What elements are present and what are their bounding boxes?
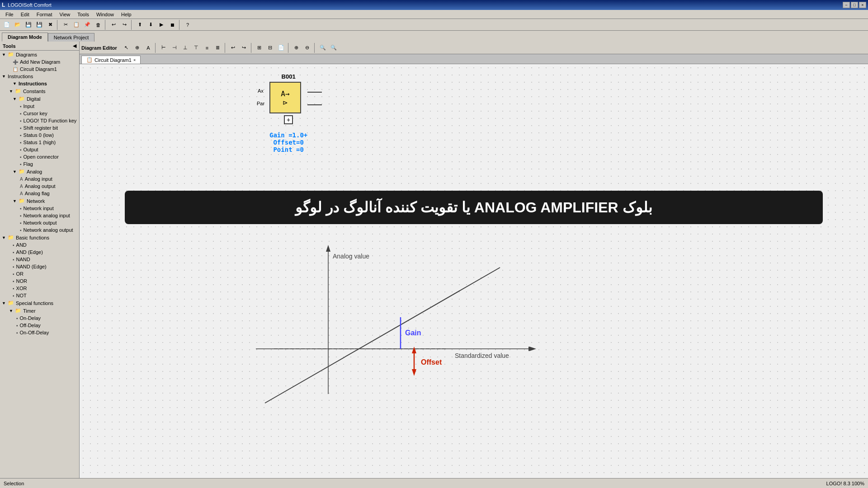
menu-help[interactable]: Help (118, 11, 135, 18)
sidebar-off-delay[interactable]: ▪ Off-Delay (0, 322, 79, 329)
sidebar-or[interactable]: ▪ OR (0, 270, 79, 277)
sidebar-flag[interactable]: ▪ Flag (0, 160, 79, 168)
new-btn[interactable]: 📄 (2, 20, 12, 30)
chart-area: Gain Offset Analog value Standardized va… (238, 240, 554, 413)
align-center-btn[interactable]: ⊣ (170, 43, 179, 53)
undo-e-btn[interactable]: ↩ (228, 43, 238, 53)
network-input-icon: ▪ (20, 206, 22, 211)
grid-snap-btn[interactable]: ⊟ (265, 43, 275, 53)
diagram-mode-tab[interactable]: Diagram Mode (2, 33, 48, 42)
analog-input-icon: A (20, 177, 23, 182)
distribute-v-btn[interactable]: ≣ (213, 43, 223, 53)
sidebar-network-output[interactable]: ▪ Network output (0, 219, 79, 226)
sidebar-constants-group[interactable]: ▼ 📁 Constants (0, 87, 79, 95)
sidebar-analog-flag[interactable]: A Analog flag (0, 190, 79, 197)
network-output-icon: ▪ (20, 221, 22, 225)
sidebar-digital-group[interactable]: ▼ 📁 Digital (0, 95, 79, 103)
sidebar-xor[interactable]: ▪ XOR (0, 285, 79, 292)
help-btn[interactable]: ? (183, 20, 193, 30)
align-left-btn[interactable]: ⊢ (159, 43, 169, 53)
collapse-btn[interactable]: ⊖ (302, 43, 312, 53)
select-btn[interactable]: ↖ (122, 43, 132, 53)
grid-toggle-btn[interactable]: ⊞ (255, 43, 264, 53)
stop-btn[interactable]: ⏹ (167, 20, 177, 30)
sidebar-logo-td[interactable]: ▪ LOGO! TD Function key (0, 117, 79, 124)
sidebar-instructions-group[interactable]: ▼ Instructions (0, 80, 79, 87)
sidebar-add-diagram[interactable]: ➕ Add New Diagram (0, 58, 79, 66)
maximize-button[interactable]: □ (851, 2, 858, 8)
distribute-h-btn[interactable]: ≡ (202, 43, 212, 53)
sidebar-analog-output[interactable]: A Analog output (0, 183, 79, 190)
sidebar-and-edge[interactable]: ▪ AND (Edge) (0, 249, 79, 256)
diagrams-arrow: ▼ (2, 52, 6, 57)
block-body[interactable]: A→ ⊳ (269, 82, 301, 113)
sidebar-nor[interactable]: ▪ NOR (0, 277, 79, 285)
download-btn[interactable]: ⬇ (146, 20, 156, 30)
circuit-diagram1-tab[interactable]: 📋 Circuit Diagram1 × (81, 56, 141, 64)
sidebar-on-off-delay[interactable]: ▪ On-Off-Delay (0, 329, 79, 336)
sidebar-instructions-top[interactable]: ▼ Instructions (0, 73, 79, 80)
sidebar-cursor-key[interactable]: ▪ Cursor key (0, 110, 79, 117)
undo-btn[interactable]: ↩ (108, 20, 118, 30)
sidebar-timer-group[interactable]: ▼ 📁 Timer (0, 307, 79, 314)
delete-btn[interactable]: 🗑 (93, 20, 103, 30)
align-top-btn[interactable]: ⊤ (191, 43, 201, 53)
zoom-in-btn[interactable]: 🔍 (318, 43, 328, 53)
sidebar-status1[interactable]: ▪ Status 1 (high) (0, 139, 79, 146)
sidebar-network-group[interactable]: ▼ 📁 Network (0, 197, 79, 205)
save-btn[interactable]: 💾 (24, 20, 33, 30)
sidebar-network-input[interactable]: ▪ Network input (0, 205, 79, 212)
sidebar-basic-functions-group[interactable]: ▼ 📁 Basic functions (0, 234, 79, 241)
upload-btn[interactable]: ⬆ (135, 20, 145, 30)
offset-text: Offset (421, 358, 442, 366)
sidebar-collapse-btn[interactable]: ◀ (73, 43, 76, 49)
sidebar-not[interactable]: ▪ NOT (0, 292, 79, 299)
instructions-label: Instructions (19, 81, 47, 86)
redo-e-btn[interactable]: ↪ (239, 43, 249, 53)
menu-format[interactable]: Format (33, 11, 56, 18)
canvas[interactable]: B001 Ax Par A→ ⊳ (80, 64, 868, 478)
save-all-btn[interactable]: 💾 (34, 20, 44, 30)
block-plus-btn[interactable]: + (284, 115, 293, 124)
block-b001[interactable]: B001 Ax Par A→ ⊳ (269, 73, 307, 153)
expand-btn[interactable]: ⊕ (292, 43, 302, 53)
zoom-out-btn[interactable]: 🔍 (329, 43, 339, 53)
sidebar-diagrams-group[interactable]: ▼ 📁 Diagrams (0, 51, 79, 58)
sidebar-shift-register[interactable]: ▪ Shift register bit (0, 124, 79, 131)
minimize-button[interactable]: − (843, 2, 850, 8)
sidebar-special-functions-group[interactable]: ▼ 📁 Special functions (0, 299, 79, 307)
paste-btn[interactable]: 📌 (82, 20, 92, 30)
network-project-tab[interactable]: Network Project (48, 33, 95, 42)
sidebar-network-analog-input[interactable]: ▪ Network analog input (0, 212, 79, 219)
redo-btn[interactable]: ↪ (119, 20, 129, 30)
align-right-btn[interactable]: ⊥ (180, 43, 190, 53)
sidebar-status0[interactable]: ▪ Status 0 (low) (0, 131, 79, 139)
run-btn[interactable]: ▶ (156, 20, 166, 30)
close-btn[interactable]: ✖ (45, 20, 55, 30)
page-btn[interactable]: 📄 (276, 43, 286, 53)
tab-close-btn[interactable]: × (133, 58, 136, 62)
sidebar-analog-group[interactable]: ▼ 📁 Analog (0, 168, 79, 175)
sidebar-nand[interactable]: ▪ NAND (0, 256, 79, 263)
sidebar-nand-edge[interactable]: ▪ NAND (Edge) (0, 263, 79, 270)
digital-arrow: ▼ (13, 97, 17, 101)
menu-edit[interactable]: Edit (17, 11, 33, 18)
menu-view[interactable]: View (56, 11, 74, 18)
menu-window[interactable]: Window (93, 11, 118, 18)
close-button[interactable]: × (859, 2, 866, 8)
copy-btn[interactable]: 📋 (71, 20, 81, 30)
sidebar-analog-input[interactable]: A Analog input (0, 175, 79, 183)
cut-btn[interactable]: ✂ (61, 20, 71, 30)
menu-file[interactable]: File (2, 11, 17, 18)
text-btn[interactable]: A (143, 43, 153, 53)
menu-tools[interactable]: Tools (74, 11, 93, 18)
connect-btn[interactable]: ⊕ (132, 43, 142, 53)
open-btn[interactable]: 📂 (13, 20, 23, 30)
sidebar-input[interactable]: ▪ Input (0, 103, 79, 110)
sidebar-on-delay[interactable]: ▪ On-Delay (0, 314, 79, 322)
sidebar-output[interactable]: ▪ Output (0, 146, 79, 153)
sidebar-open-connector[interactable]: ▪ Open connector (0, 153, 79, 160)
sidebar-circuit-diagram1[interactable]: 📋 Circuit Diagram1 (0, 66, 79, 73)
sidebar-and[interactable]: ▪ AND (0, 241, 79, 249)
sidebar-network-analog-output[interactable]: ▪ Network analog output (0, 226, 79, 234)
